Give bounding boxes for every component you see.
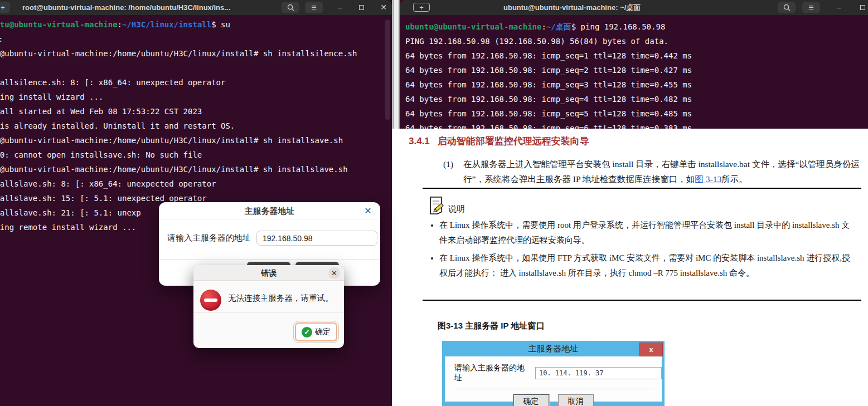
search-icon: [783, 4, 791, 11]
ok-button-focus-ring: ✓ 确定: [293, 321, 339, 343]
minimize-button[interactable]: –: [334, 0, 346, 15]
window-title: ubuntu@ubuntu-virtual-machine: ~/桌面: [503, 0, 641, 15]
step-text: 在从服务器上进入智能管理平台安装包 install 目录，右键单击 instal…: [463, 156, 861, 187]
search-button[interactable]: [282, 2, 299, 13]
desktop: + root@ubuntu-virtual-machine: /home/ubu…: [0, 0, 868, 406]
error-dialog: 错误 ✕ 无法连接主服务器，请重试。 ✓ 确定: [193, 265, 344, 348]
step-paragraph: (1) 在从服务器上进入智能管理平台安装包 install 目录，右键单击 in…: [443, 156, 861, 187]
address-label: 请输入主服务器的地址: [167, 233, 251, 243]
note-icon: [427, 195, 445, 216]
search-button[interactable]: [778, 2, 796, 13]
error-message: 无法连接主服务器，请重试。: [228, 293, 340, 304]
minimize-button[interactable]: –: [833, 0, 845, 15]
close-button[interactable]: ✕: [378, 0, 389, 15]
figure-dialog-ok-button: 确定: [513, 394, 549, 406]
close-icon[interactable]: ✕: [328, 267, 340, 279]
note-label: 说明: [448, 204, 465, 216]
note-header: 说明: [427, 195, 465, 216]
figure-dialog-close-button: x: [639, 343, 663, 356]
step-text-before: 在从服务器上进入智能管理平台安装包 install 目录，右键单击 instal…: [463, 159, 860, 184]
note-box: 说明 在 Linux 操作系统中，需要使用 root 用户登录系统，并运行智能管…: [423, 188, 861, 301]
right-terminal-window: + ubuntu@ubuntu-virtual-machine: ~/桌面 ≡ …: [400, 0, 868, 134]
document-panel: 3.4.1启动智能部署监控代理远程安装向导 (1) 在从服务器上进入智能管理平台…: [394, 129, 868, 406]
search-icon: [287, 4, 294, 11]
maximize-icon: [860, 5, 865, 10]
server-address-input[interactable]: [256, 231, 377, 246]
error-icon: [200, 290, 221, 311]
dialog-title: 主服务器地址: [159, 202, 380, 219]
figure-dialog-cancel-button: 取消: [558, 394, 594, 406]
figure-dialog-label: 请输入主服务器的地址: [454, 363, 531, 383]
figure-dialog-address-input: [535, 367, 662, 379]
section-title: 启动智能部署监控代理远程安装向导: [438, 136, 589, 146]
scrollbar-thumb[interactable]: [385, 19, 390, 120]
step-number: (1): [443, 156, 463, 187]
section-number: 3.4.1: [409, 136, 430, 146]
figure-dialog-separator: [452, 389, 655, 389]
menu-button[interactable]: ≡: [802, 2, 820, 13]
note-bullet-list: 在 Linux 操作系统中，需要使用 root 用户登录系统，并运行智能管理平台…: [439, 218, 852, 283]
terminal-output: ubuntu@ubuntu-virtual-machine:~/桌面$ ping…: [400, 15, 868, 134]
vertical-scrollbar[interactable]: [392, 0, 400, 129]
dialog-separator: [159, 259, 380, 260]
new-tab-button[interactable]: +: [0, 2, 10, 13]
dialog-title: 错误: [193, 265, 344, 281]
figure-dialog-body: 请输入主服务器的地址 确定 取消: [445, 356, 662, 402]
step-text-after: 所示。: [721, 174, 748, 184]
section-heading: 3.4.1启动智能部署监控代理远程安装向导: [409, 135, 589, 148]
close-icon[interactable]: ✕: [362, 206, 374, 217]
window-title: root@ubuntu-virtual-machine: /home/ubunt…: [22, 0, 230, 15]
maximize-button[interactable]: [356, 0, 367, 15]
right-terminal-body[interactable]: ubuntu@ubuntu-virtual-machine:~/桌面$ ping…: [400, 15, 868, 134]
note-bullet: 在 Linux 操作系统中，如果使用 FTP 方式获取 iMC 安装文件，需要对…: [439, 251, 852, 280]
figure-dialog: 主服务器地址 x 请输入主服务器的地址 确定 取消: [442, 341, 665, 406]
figure-link[interactable]: 图 3-13: [695, 174, 721, 184]
maximize-button[interactable]: [857, 0, 868, 15]
ok-button-label: 确定: [315, 327, 331, 337]
figure-caption: 图3-13 主服务器 IP 地址窗口: [438, 321, 544, 331]
dialog-separator: [193, 312, 344, 312]
right-terminal-titlebar[interactable]: + ubuntu@ubuntu-virtual-machine: ~/桌面 ≡ …: [400, 0, 868, 15]
terminal-output: untu@ubuntu-virtual-machine:~/H3C/linux/…: [0, 15, 392, 234]
maximize-icon: [359, 5, 364, 10]
new-tab-button[interactable]: +: [413, 3, 430, 12]
menu-button[interactable]: ≡: [305, 2, 323, 13]
figure-dialog-title: 主服务器地址: [442, 341, 665, 356]
ok-button[interactable]: ✓ 确定: [295, 322, 337, 341]
left-terminal-titlebar[interactable]: + root@ubuntu-virtual-machine: /home/ubu…: [0, 0, 392, 15]
note-bullet: 在 Linux 操作系统中，需要使用 root 用户登录系统，并运行智能管理平台…: [439, 218, 852, 247]
check-icon: ✓: [302, 327, 312, 337]
